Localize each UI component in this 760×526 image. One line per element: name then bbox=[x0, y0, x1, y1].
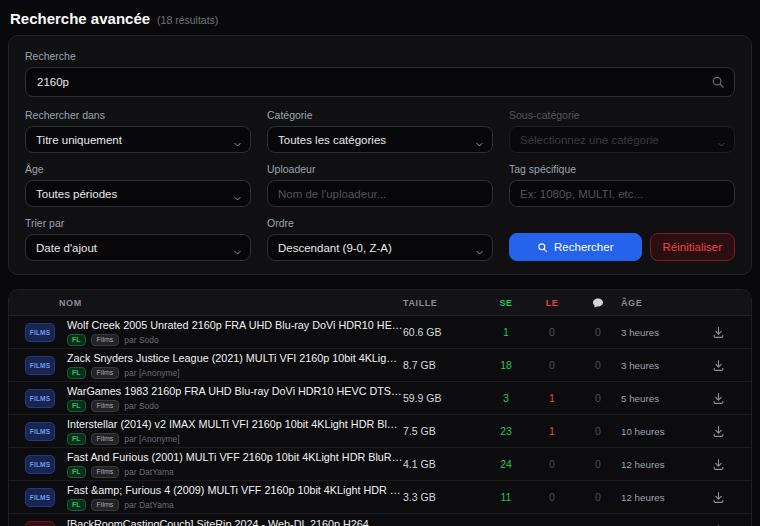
search-in-group: Rechercher dans Titre uniquement bbox=[25, 109, 251, 153]
age-select[interactable]: Toutes périodes bbox=[25, 180, 251, 207]
comments-count: 0 bbox=[575, 392, 621, 404]
download-icon[interactable] bbox=[701, 359, 735, 372]
age-group: Âge Toutes périodes bbox=[25, 163, 251, 207]
header-seeders: SE bbox=[483, 298, 529, 308]
page-header: Recherche avancée (18 résultats) bbox=[8, 8, 752, 35]
comment-bubble-icon bbox=[575, 297, 621, 309]
freeleech-badge: FL bbox=[67, 499, 86, 511]
search-input[interactable] bbox=[25, 67, 735, 97]
reset-button-label: Réinitialiser bbox=[663, 241, 722, 253]
table-row: FILMS Fast &amp; Furious 4 (2009) MULTi … bbox=[9, 481, 751, 514]
download-icon[interactable] bbox=[701, 392, 735, 405]
row-tags: FL Films par Sodo bbox=[67, 334, 403, 346]
search-field-wrap bbox=[25, 67, 735, 97]
search-label: Recherche bbox=[25, 50, 735, 62]
name-cell: Interstellar (2014) v2 IMAX MULTi VFI 21… bbox=[59, 417, 403, 445]
size-value: 3.3 GB bbox=[403, 491, 483, 503]
category-select[interactable]: Toutes les catégories bbox=[267, 126, 493, 153]
age-value: 12 heures bbox=[621, 492, 701, 503]
results-body: FILMS Wolf Creek 2005 Unrated 2160p FRA … bbox=[9, 316, 751, 526]
subcategory-badge: Films bbox=[91, 400, 120, 412]
torrent-title-link[interactable]: Interstellar (2014) v2 IMAX MULTi VFI 21… bbox=[67, 418, 403, 431]
row-tags: FL Films par DatYama bbox=[67, 466, 403, 478]
uploader-name: par DatYama bbox=[124, 500, 173, 510]
seeders-value: 3 bbox=[483, 392, 529, 404]
page-title: Recherche avancée bbox=[10, 10, 150, 27]
search-in-select[interactable]: Titre uniquement bbox=[25, 126, 251, 153]
seeders-value: 18 bbox=[483, 359, 529, 371]
torrent-title-link[interactable]: Zack Snyders Justice League (2021) MULTi… bbox=[67, 352, 403, 365]
category-label: Catégorie bbox=[267, 109, 493, 121]
search-icon bbox=[537, 242, 548, 253]
freeleech-badge: FL bbox=[67, 466, 86, 478]
subcategory-group: Sous-catégorie Sélectionnez une catégori… bbox=[509, 109, 735, 153]
subcategory-badge: Films bbox=[91, 499, 120, 511]
category-badge[interactable]: FILMS bbox=[25, 455, 55, 474]
name-cell: [BackRoomCastingCouch] SiteRip 2024 - We… bbox=[59, 517, 403, 526]
download-icon[interactable] bbox=[701, 425, 735, 438]
tag-input[interactable] bbox=[509, 180, 735, 207]
reset-button[interactable]: Réinitialiser bbox=[650, 233, 735, 261]
row-tags: FL Films par Sodo bbox=[67, 400, 403, 412]
download-icon[interactable] bbox=[701, 458, 735, 471]
category-badge[interactable]: FILMS bbox=[25, 323, 55, 342]
freeleech-badge: FL bbox=[67, 334, 86, 346]
comments-count: 0 bbox=[575, 491, 621, 503]
category-badge[interactable]: FIL... bbox=[25, 521, 55, 526]
torrent-title-link[interactable]: WarGames 1983 2160p FRA UHD Blu-ray DoVi… bbox=[67, 385, 403, 398]
order-select[interactable]: Descendant (9-0, Z-A) bbox=[267, 234, 493, 261]
leechers-value: 0 bbox=[529, 491, 575, 503]
category-badge[interactable]: FILMS bbox=[25, 422, 55, 441]
table-row: FILMS Wolf Creek 2005 Unrated 2160p FRA … bbox=[9, 316, 751, 349]
leechers-value: 0 bbox=[529, 359, 575, 371]
leechers-value: 1 bbox=[529, 392, 575, 404]
leechers-value: 0 bbox=[529, 458, 575, 470]
uploader-input[interactable] bbox=[267, 180, 493, 207]
name-cell: Zack Snyders Justice League (2021) MULTi… bbox=[59, 351, 403, 379]
comments-count: 0 bbox=[575, 326, 621, 338]
category-badge[interactable]: FILMS bbox=[25, 488, 55, 507]
size-value: 4.1 GB bbox=[403, 458, 483, 470]
sort-label: Trier par bbox=[25, 217, 251, 229]
header-leechers: LE bbox=[529, 298, 575, 308]
category-badge[interactable]: FILMS bbox=[25, 356, 55, 375]
download-icon[interactable] bbox=[701, 326, 735, 339]
torrent-title-link[interactable]: Fast &amp; Furious 4 (2009) MULTi VFF 21… bbox=[67, 484, 403, 497]
name-cell: Fast &amp; Furious 4 (2009) MULTi VFF 21… bbox=[59, 483, 403, 511]
order-group: Ordre Descendant (9-0, Z-A) bbox=[267, 217, 493, 261]
table-row: FILMS Fast And Furious (2001) MULTi VFF … bbox=[9, 448, 751, 481]
order-label: Ordre bbox=[267, 217, 493, 229]
uploader-name: par Sodo bbox=[124, 335, 159, 345]
download-icon[interactable] bbox=[701, 491, 735, 504]
age-value: 3 heures bbox=[621, 360, 701, 371]
search-in-label: Rechercher dans bbox=[25, 109, 251, 121]
torrent-title-link[interactable]: Wolf Creek 2005 Unrated 2160p FRA UHD Bl… bbox=[67, 319, 403, 332]
size-value: 8.7 GB bbox=[403, 359, 483, 371]
table-row: FIL... [BackRoomCastingCouch] SiteRip 20… bbox=[9, 514, 751, 526]
subcategory-badge: Films bbox=[91, 334, 120, 346]
torrent-title-link[interactable]: Fast And Furious (2001) MULTi VFF 2160p … bbox=[67, 451, 403, 464]
subcategory-label: Sous-catégorie bbox=[509, 109, 735, 121]
size-value: 7.5 GB bbox=[403, 425, 483, 437]
torrent-title-link[interactable]: [BackRoomCastingCouch] SiteRip 2024 - We… bbox=[67, 518, 403, 526]
leechers-value: 0 bbox=[529, 326, 575, 338]
tag-group: Tag spécifique bbox=[509, 163, 735, 207]
row-tags: FL Films par [Anonyme] bbox=[67, 367, 403, 379]
category-badge[interactable]: FILMS bbox=[25, 389, 55, 408]
sort-select[interactable]: Date d'ajout bbox=[25, 234, 251, 261]
row-tags: FL Films par DatYama bbox=[67, 499, 403, 511]
search-button[interactable]: Rechercher bbox=[509, 233, 642, 261]
subcategory-badge: Films bbox=[91, 367, 120, 379]
subcategory-badge: Films bbox=[91, 466, 120, 478]
tag-label: Tag spécifique bbox=[509, 163, 735, 175]
uploader-group: Uploadeur bbox=[267, 163, 493, 207]
name-cell: WarGames 1983 2160p FRA UHD Blu-ray DoVi… bbox=[59, 384, 403, 412]
advanced-search-page: Recherche avancée (18 résultats) Recherc… bbox=[0, 0, 760, 526]
seeders-value: 23 bbox=[483, 425, 529, 437]
freeleech-badge: FL bbox=[67, 367, 86, 379]
results-table-header: NOM TAILLE SE LE ÂGE bbox=[9, 290, 751, 316]
table-row: FILMS Interstellar (2014) v2 IMAX MULTi … bbox=[9, 415, 751, 448]
seeders-value: 1 bbox=[483, 326, 529, 338]
results-count: (18 résultats) bbox=[157, 14, 218, 26]
leechers-value: 1 bbox=[529, 425, 575, 437]
